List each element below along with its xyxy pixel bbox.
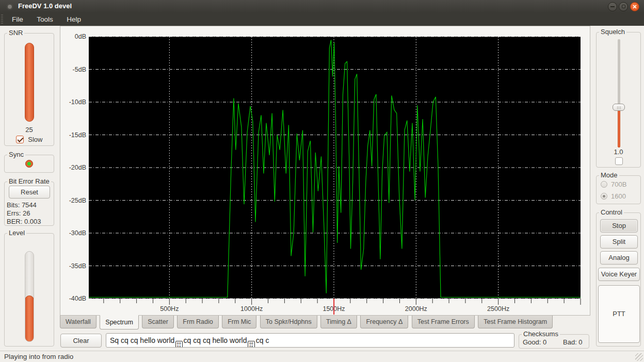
y-axis-tick-label: -25dB [69, 197, 86, 204]
tab-test-frame-histogram[interactable]: Test Frame Histogram [478, 316, 553, 328]
x-axis-tick-label: 1000Hz [240, 305, 263, 312]
tab-spectrum[interactable]: Spectrum [100, 315, 139, 330]
snr-label: SNR [7, 29, 24, 37]
y-axis-tick-label: -30dB [69, 229, 86, 237]
analog-button[interactable]: Analog [600, 251, 638, 265]
spectrum-plot: 0dB-5dB-10dB-15dB-20dB-25dB-30dB-35dB-40… [60, 26, 590, 315]
close-button[interactable]: ✕ [630, 2, 639, 11]
slow-checkbox[interactable] [16, 136, 24, 143]
tab-waterfall[interactable]: Waterfall [60, 316, 96, 328]
sync-label: Sync [7, 151, 25, 158]
bits-value: Bits: 7544 [7, 201, 37, 209]
resize-grip-icon[interactable] [635, 353, 643, 361]
sync-groupbox: Sync [4, 155, 54, 173]
level-groupbox: Level [4, 233, 54, 347]
errs-value: Errs: 26 [7, 209, 30, 217]
menubar-grip-icon [1, 14, 3, 25]
tab-frm-radio[interactable]: Frm Radio [177, 316, 218, 328]
status-bar: Playing into from radio [0, 351, 644, 362]
checksums-groupbox: Checksums Good: 0 Bad: 0 [519, 334, 589, 349]
ptt-button[interactable]: PTT [598, 285, 640, 343]
tab-test-frame-errors[interactable]: Test Frame Errors [412, 316, 475, 328]
tab-timing-delta[interactable]: Timing Δ [320, 316, 357, 328]
x-axis-tick-label: 2500Hz [487, 305, 509, 312]
checksums-label: Checksums [522, 330, 560, 338]
squelch-label: Squelch [599, 28, 626, 36]
bit-error-rate-label: Bit Error Rate [7, 177, 51, 185]
tuning-marker[interactable] [333, 299, 334, 315]
snr-gauge [25, 43, 34, 122]
y-axis-tick-label: -15dB [69, 131, 86, 139]
mode-radio-1600: 1600 [601, 191, 626, 201]
tab-strip: Waterfall Spectrum Scatter Frm Radio Frm… [60, 316, 590, 331]
squelch-enable-checkbox[interactable] [615, 157, 623, 165]
stop-button[interactable]: Stop [600, 219, 638, 233]
sync-led-indicator [25, 160, 33, 168]
control-label: Control [599, 208, 624, 216]
menubar: File Tools Help [0, 13, 644, 26]
snr-groupbox: SNR 25 Slow [4, 33, 54, 146]
y-axis-tick-label: -40dB [69, 295, 86, 302]
x-axis-tick-label: 2000Hz [405, 305, 427, 312]
missing-glyph-newline-icon: 000A [175, 341, 182, 348]
squelch-groupbox: Squelch 1.0 [596, 32, 641, 168]
y-axis-tick-label: 0dB [75, 33, 86, 40]
slow-checkbox-label: Slow [28, 136, 42, 143]
control-groupbox: Control Stop Split Analog Voice Keyer PT… [596, 212, 641, 347]
status-text: Playing into from radio [4, 353, 73, 360]
minimize-button[interactable] [608, 2, 617, 11]
level-label: Level [7, 229, 26, 237]
y-axis-tick-label: -5dB [73, 66, 86, 73]
x-axis-tick-label: 500Hz [160, 305, 179, 312]
reset-button[interactable]: Reset [9, 186, 50, 199]
app-icon [7, 4, 13, 10]
radio-icon [601, 193, 607, 200]
y-axis-tick-label: -35dB [69, 262, 86, 270]
spectrum-page: 0dB-5dB-10dB-15dB-20dB-25dB-30dB-35dB-40… [60, 26, 590, 316]
mode-radio-700b: 700B [601, 179, 626, 189]
maximize-button[interactable] [619, 2, 628, 11]
ber-value: BER: 0.003 [7, 218, 41, 225]
squelch-slider-fill[interactable] [618, 107, 620, 147]
checksums-good: Good: 0 [523, 338, 546, 346]
window-title: FreeDV 1.0 devel [18, 2, 72, 10]
freedv-window: FreeDV 1.0 devel ✕ File Tools Help SNR 2… [0, 0, 644, 362]
tab-frequency-delta[interactable]: Frequency Δ [360, 316, 408, 328]
tab-frm-mic[interactable]: Frm Mic [222, 316, 256, 328]
tab-to-spkr-hdphns[interactable]: To Spkr/Hdphns [260, 316, 317, 328]
menu-help[interactable]: Help [61, 13, 87, 26]
receive-text-field[interactable]: Sq cq cq hello world000Acq cq cq hello w… [106, 333, 514, 348]
mode-label: Mode [599, 171, 619, 179]
menu-file[interactable]: File [6, 13, 29, 26]
y-axis-tick-label: -10dB [69, 98, 86, 106]
squelch-slider-track[interactable] [618, 39, 620, 107]
minimize-icon [610, 6, 615, 7]
tab-scatter[interactable]: Scatter [142, 316, 174, 328]
squelch-value: 1.0 [597, 148, 640, 156]
squelch-slider-handle[interactable] [613, 104, 625, 111]
voice-keyer-button[interactable]: Voice Keyer [598, 268, 640, 281]
titlebar: FreeDV 1.0 devel ✕ [0, 0, 644, 13]
missing-glyph-newline-icon: 000A [248, 341, 254, 348]
y-axis-tick-label: -20dB [69, 164, 86, 171]
level-gauge [25, 251, 34, 342]
bit-error-rate-groupbox: Bit Error Rate Reset Bits: 7544 Errs: 26… [4, 182, 54, 226]
mode-groupbox: Mode 700B 1600 [596, 175, 641, 204]
checksums-bad: Bad: 0 [563, 338, 583, 346]
menu-tools[interactable]: Tools [31, 13, 59, 26]
split-button[interactable]: Split [600, 235, 638, 249]
radio-icon [601, 181, 607, 188]
maximize-icon [622, 5, 625, 8]
clear-button[interactable]: Clear [60, 334, 102, 348]
snr-value: 25 [5, 126, 54, 134]
